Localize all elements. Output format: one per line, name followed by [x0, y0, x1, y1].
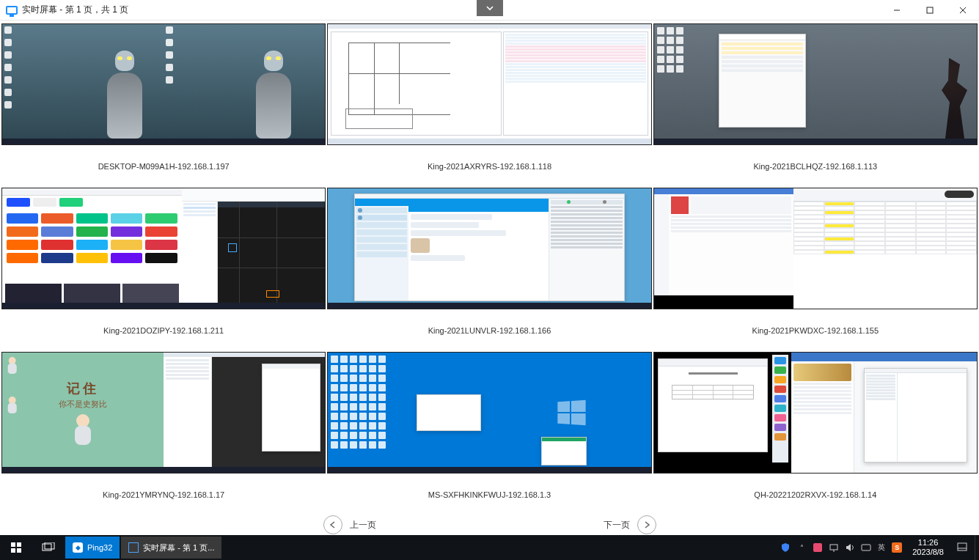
tray-keyboard-icon[interactable] — [859, 541, 873, 554]
tray-app-icon[interactable] — [811, 541, 824, 554]
screen-label: MS-SXFHKINKFWUJ-192.168.1.3 — [327, 474, 651, 515]
clock-date: 2023/8/8 — [912, 548, 944, 557]
tray-sogou-icon[interactable]: S — [890, 541, 903, 554]
prev-page-button[interactable]: 上一页 — [323, 515, 376, 534]
screen-grid: DESKTOP-M099A1H-192.168.1.197 — [0, 21, 979, 515]
screen-thumbnail[interactable] — [327, 23, 651, 145]
screen-label: King-2021LUNVLR-192.168.1.166 — [327, 309, 651, 350]
svg-rect-10 — [830, 545, 837, 550]
cartoon-subtitle: 你不是史努比 — [59, 399, 107, 410]
svg-rect-6 — [11, 548, 15, 553]
svg-rect-1 — [927, 7, 933, 13]
taskbar-app-label: Ping32 — [87, 543, 112, 552]
svg-rect-4 — [11, 542, 15, 547]
next-page-label: 下一页 — [604, 519, 630, 531]
screen-cell: MS-SXFHKINKFWUJ-192.168.1.3 — [327, 352, 651, 515]
tray-network-icon[interactable] — [827, 541, 840, 554]
task-view-button[interactable] — [32, 535, 65, 560]
pagination: 上一页 下一页 — [0, 515, 979, 535]
taskbar-clock[interactable]: 11:26 2023/8/8 — [906, 538, 950, 557]
start-button[interactable] — [0, 535, 32, 560]
svg-rect-5 — [17, 542, 21, 547]
taskbar-app-label: 实时屏幕 - 第 1 页... — [143, 542, 214, 553]
window-controls — [880, 0, 979, 21]
taskbar-app-realtime-screen[interactable]: 实时屏幕 - 第 1 页... — [121, 537, 221, 559]
window-title: 实时屏幕 - 第 1 页，共 1 页 — [22, 4, 128, 16]
next-page-button[interactable]: 下一页 — [604, 515, 656, 534]
screen-label: King-2021AXRYRS-192.168.1.118 — [327, 145, 651, 186]
dropdown-toggle[interactable] — [477, 0, 503, 16]
close-button[interactable] — [946, 0, 979, 21]
tray-ime-label[interactable]: 英 — [876, 541, 887, 554]
screen-cell: QH-20221202RXVX-192.168.1.14 — [653, 352, 978, 515]
ping32-icon: ◆ — [73, 542, 83, 553]
taskbar-app-ping32[interactable]: ◆ Ping32 — [65, 537, 120, 559]
clock-time: 11:26 — [912, 538, 944, 548]
screen-thumbnail[interactable] — [327, 188, 651, 309]
arrow-left-icon — [323, 515, 342, 534]
screen-thumbnail[interactable]: 记住 你不是史努比 — [1, 352, 326, 474]
show-desktop-button[interactable] — [975, 535, 979, 560]
cartoon-title: 记住 — [59, 380, 107, 397]
svg-rect-7 — [17, 548, 21, 553]
screen-cell: King-2021BCLHQZ-192.168.1.113 — [653, 23, 978, 186]
tray-shield-icon[interactable] — [779, 541, 792, 554]
screen-label: DESKTOP-M099A1H-192.168.1.197 — [1, 145, 326, 186]
screen-thumbnail[interactable] — [1, 23, 326, 145]
screen-cell: 记住 你不是史努比 — [1, 352, 326, 515]
tray-chevron-up-icon[interactable]: ˄ — [795, 541, 808, 554]
screen-thumbnail[interactable] — [653, 188, 978, 309]
screen-label: King-2021BCLHQZ-192.168.1.113 — [653, 145, 978, 186]
svg-rect-9 — [45, 542, 54, 549]
screen-thumbnail[interactable] — [653, 352, 978, 474]
screen-label: QH-20221202RXVX-192.168.1.14 — [653, 474, 978, 515]
app-icon — [6, 6, 18, 15]
screen-thumbnail[interactable] — [1, 188, 326, 309]
screen-cell: King-2021DOZIPY-192.168.1.211 — [1, 188, 326, 350]
screen-cell: DESKTOP-M099A1H-192.168.1.197 — [1, 23, 326, 186]
prev-page-label: 上一页 — [350, 519, 376, 531]
monitor-icon — [128, 542, 139, 553]
screen-cell: King-2021AXRYRS-192.168.1.118 — [327, 23, 651, 186]
screen-label: King-2021DOZIPY-192.168.1.211 — [1, 309, 326, 350]
notification-center-button[interactable] — [950, 535, 975, 560]
screen-thumbnail[interactable] — [653, 23, 978, 145]
screen-label: King-2021YMRYNQ-192.168.1.17 — [1, 474, 326, 515]
tray-volume-icon[interactable] — [843, 541, 857, 554]
taskbar: ◆ Ping32 实时屏幕 - 第 1 页... ˄ 英 S 11:26 202… — [0, 535, 979, 560]
arrow-right-icon — [637, 515, 656, 534]
screen-cell: King-2021PKWDXC-192.168.1.155 — [653, 188, 978, 350]
screen-label: King-2021PKWDXC-192.168.1.155 — [653, 309, 978, 350]
minimize-button[interactable] — [880, 0, 913, 21]
screen-cell: King-2021LUNVLR-192.168.1.166 — [327, 188, 651, 350]
system-tray: ˄ 英 S — [776, 541, 906, 554]
chevron-down-icon — [485, 4, 494, 12]
screen-thumbnail[interactable] — [327, 352, 651, 474]
svg-rect-13 — [958, 543, 967, 550]
svg-rect-8 — [43, 544, 51, 550]
maximize-button[interactable] — [913, 0, 946, 21]
svg-rect-12 — [862, 545, 870, 550]
title-bar: 实时屏幕 - 第 1 页，共 1 页 — [0, 0, 979, 21]
